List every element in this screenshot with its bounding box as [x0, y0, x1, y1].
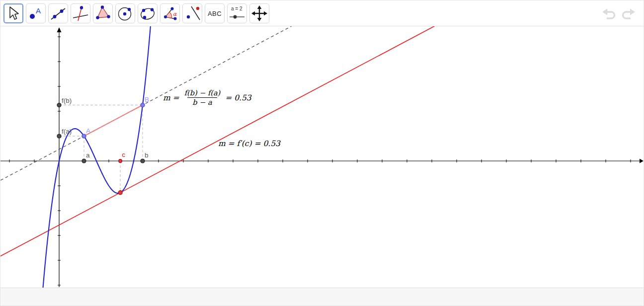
tool-perpendicular-line-button[interactable] [71, 3, 90, 23]
formula-rhs: = 0.53 [225, 93, 251, 102]
y-axis-arrow-icon [57, 27, 62, 32]
point-B-label: B [145, 96, 149, 103]
redo-icon [621, 6, 636, 20]
perpendicular-line-icon [72, 5, 89, 22]
svg-text:α: α [173, 11, 177, 17]
tool-slider-button[interactable]: a = 2 [227, 3, 247, 23]
point-f-of-a[interactable] [57, 134, 61, 138]
point-A[interactable] [82, 134, 86, 138]
formula-lhs: m = [163, 93, 179, 102]
undo-redo-group [602, 6, 636, 22]
tool-move-button[interactable] [3, 3, 23, 23]
tangent-line[interactable] [0, 26, 468, 272]
formula-denominator: b − a [187, 97, 217, 107]
undo-icon [602, 6, 617, 20]
point-a-label: a [86, 152, 90, 159]
tool-polygon-button[interactable] [93, 3, 113, 23]
point-f-of-b-label: f(b) [62, 97, 72, 104]
graphics-view[interactable]: f(b)f(a)abcAB [0, 26, 644, 288]
text-tool-icon: ABC [208, 10, 222, 17]
undo-button[interactable] [602, 6, 617, 22]
secant-segment[interactable] [84, 105, 143, 137]
formula-fraction: f(b) − f(a) b − a [183, 88, 222, 107]
point-B[interactable] [141, 103, 145, 107]
polygon-icon [94, 5, 111, 22]
construction-navigation-bar: 9 / 9 s A = (1,1) B = (2, [0, 288, 644, 306]
tool-reflect-button[interactable] [182, 3, 202, 23]
redo-button[interactable] [621, 6, 636, 22]
tool-buttons: A [3, 3, 269, 23]
tool-text-button[interactable]: ABC [205, 3, 225, 23]
formula-numerator: f(b) − f(a) [183, 88, 222, 97]
tool-move-view-button[interactable] [249, 3, 269, 23]
point-a[interactable] [82, 159, 86, 163]
secant-slope-formula[interactable]: m = f(b) − f(a) b − a = 0.53 [163, 88, 251, 107]
point-b[interactable] [141, 159, 145, 163]
toolbar: A [0, 0, 644, 26]
slider-tool-icon: a = 2 [229, 7, 245, 20]
tangent-slope-formula[interactable]: m = f′(c) = 0.53 [218, 139, 280, 148]
tool-point-button[interactable]: A [26, 3, 46, 23]
point-c-label: c [122, 151, 125, 158]
move-cursor-icon [5, 5, 22, 22]
svg-text:A: A [36, 6, 41, 15]
point-A-label: A [86, 127, 90, 135]
secant-line[interactable] [0, 26, 319, 198]
point-icon: A [27, 5, 44, 22]
point-c[interactable] [119, 159, 122, 163]
tool-circle-button[interactable] [115, 3, 135, 23]
point-f-of-a-label: f(a) [62, 128, 72, 135]
tool-line-button[interactable] [48, 3, 68, 23]
point-f-of-b[interactable] [57, 103, 61, 107]
reflect-icon [184, 5, 201, 22]
tool-conic-button[interactable] [138, 3, 158, 23]
angle-icon: α [161, 5, 178, 22]
circle-icon [117, 5, 134, 22]
x-axis-arrow-icon [640, 159, 644, 163]
point-tangent[interactable] [118, 191, 122, 195]
geogebra-applet: A [0, 0, 644, 306]
function-curve[interactable] [39, 26, 154, 288]
conic-icon [139, 5, 156, 22]
line-icon [50, 5, 67, 22]
move-view-icon [251, 5, 268, 22]
tool-angle-button[interactable]: α [160, 3, 180, 23]
point-b-label: b [145, 152, 149, 159]
tangent-formula-text: m = f′(c) = 0.53 [218, 139, 280, 148]
